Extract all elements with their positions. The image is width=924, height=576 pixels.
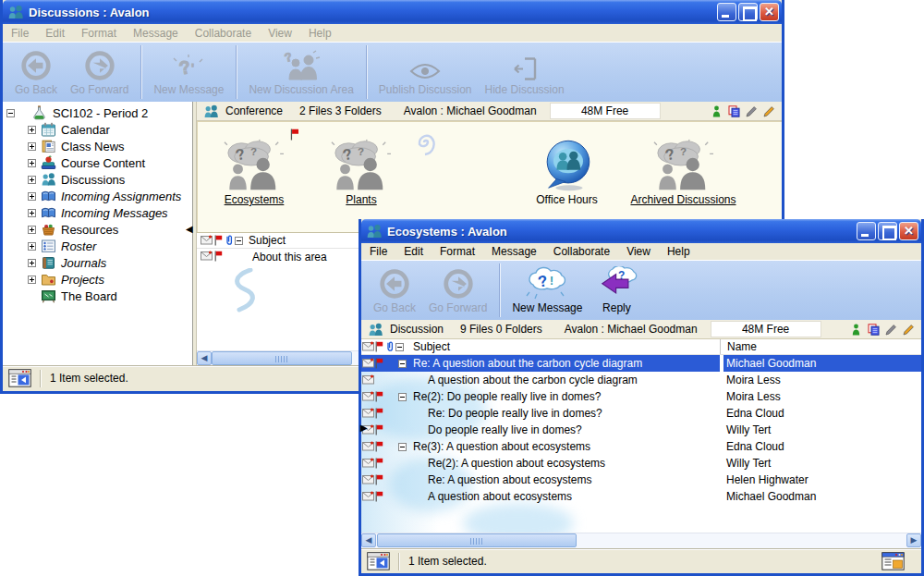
desktop-icon-office-hours[interactable]: Office Hours xyxy=(514,129,620,206)
expand-box-icon[interactable] xyxy=(28,126,36,134)
message-row[interactable]: Re(3): A question about ecosystems Edna … xyxy=(361,438,921,455)
new-message-button[interactable]: New Message xyxy=(505,264,589,317)
pages-icon[interactable] xyxy=(868,324,880,336)
message-row[interactable]: Re(2): Do people really live in domes? M… xyxy=(361,388,921,405)
tree-item-course-content[interactable]: Course Content xyxy=(3,154,192,171)
presence-person-icon[interactable] xyxy=(711,105,723,117)
pane-layout-button[interactable] xyxy=(367,552,390,570)
go-back-icon xyxy=(379,268,410,300)
menu-format[interactable]: Format xyxy=(432,243,483,260)
window1-titlebar[interactable]: Discussions : Avalon ✕ xyxy=(3,0,782,24)
hide-discussion-button[interactable]: Hide Discussion xyxy=(479,55,571,99)
menu-message[interactable]: Message xyxy=(125,25,187,42)
close-button[interactable]: ✕ xyxy=(899,222,918,240)
tree-item-incoming-messages[interactable]: Incoming Messages xyxy=(3,204,192,221)
scroll-thumb[interactable] xyxy=(377,533,577,547)
subject-column-header[interactable]: Subject xyxy=(361,339,720,354)
desktop-icon-plants[interactable]: Plants xyxy=(310,129,412,206)
pages-icon[interactable] xyxy=(728,105,740,117)
go-back-button[interactable]: Go Back xyxy=(8,48,64,99)
scroll-track[interactable] xyxy=(376,533,906,548)
new-discussion-area-button[interactable]: New Discussion Area xyxy=(242,48,359,99)
menu-file[interactable]: File xyxy=(3,25,37,42)
expand-box-icon[interactable] xyxy=(28,142,36,151)
collapse-thread-icon[interactable] xyxy=(398,360,407,368)
message-row[interactable]: A question about the carbon cycle diagra… xyxy=(361,372,921,388)
collapse-thread-icon[interactable] xyxy=(398,443,407,451)
pencil-icon[interactable] xyxy=(885,324,897,336)
expand-box-icon[interactable] xyxy=(28,242,36,251)
expand-box-icon[interactable] xyxy=(28,176,36,184)
tree-item-projects[interactable]: Projects xyxy=(3,271,192,288)
tree-item-roster[interactable]: Roster xyxy=(3,238,192,254)
menu-view[interactable]: View xyxy=(260,25,300,42)
close-button[interactable]: ✕ xyxy=(760,3,779,21)
expand-box-icon[interactable] xyxy=(28,276,36,284)
pane-layout-button[interactable] xyxy=(8,369,31,387)
scroll-right-button[interactable]: ▶ xyxy=(906,533,921,547)
message-row[interactable]: Re: A question about the carbon cycle di… xyxy=(361,355,921,372)
expand-pane-arrow-icon[interactable]: ▶ xyxy=(360,423,368,433)
tree-item-the-board[interactable]: The Board xyxy=(3,288,192,304)
collapse-thread-icon[interactable] xyxy=(398,393,407,401)
tree-item-discussions[interactable]: Discussions xyxy=(3,171,192,188)
tree-item-incoming-assignments[interactable]: Incoming Assignments xyxy=(3,188,192,204)
new-message-cloud-icon xyxy=(526,266,568,300)
menu-help[interactable]: Help xyxy=(659,243,699,260)
message-row[interactable]: Re(2): A question about ecosystems Willy… xyxy=(361,455,921,472)
signature-pencil-icon[interactable] xyxy=(763,105,775,117)
tree-item-sci102[interactable]: SCI102 - Period 2 xyxy=(3,104,192,121)
collapse-all-icon[interactable] xyxy=(395,343,404,351)
signature-pencil-icon[interactable] xyxy=(903,324,915,336)
menu-edit[interactable]: Edit xyxy=(37,25,73,42)
collapse-pane-arrow-icon[interactable]: ◀ xyxy=(186,224,193,234)
tree-item-calendar[interactable]: Calendar xyxy=(3,121,192,138)
go-forward-button[interactable]: Go Forward xyxy=(422,266,493,317)
window2-titlebar[interactable]: Ecosystems : Avalon ✕ xyxy=(361,219,921,243)
scroll-left-button[interactable]: ◀ xyxy=(197,351,212,365)
expand-box-icon[interactable] xyxy=(28,259,36,267)
menu-edit[interactable]: Edit xyxy=(395,243,432,260)
expand-box-icon[interactable] xyxy=(28,192,36,201)
window-ecosystems: ▶ Ecosystems : Avalon ✕ File Edit Format… xyxy=(359,219,924,576)
menu-format[interactable]: Format xyxy=(73,25,125,42)
collapse-box-icon[interactable] xyxy=(6,109,15,117)
menu-file[interactable]: File xyxy=(361,243,395,260)
maximize-button[interactable] xyxy=(738,3,758,21)
pencil-icon[interactable] xyxy=(746,105,758,117)
new-message-button[interactable]: New Message xyxy=(147,52,230,99)
flag-icon xyxy=(375,458,383,469)
desktop-icon-ecosystems[interactable]: Ecosystems xyxy=(203,129,305,206)
expand-box-icon[interactable] xyxy=(28,226,36,234)
menu-collaborate[interactable]: Collaborate xyxy=(545,243,618,260)
message-row[interactable]: Do people really live in domes? Willy Te… xyxy=(361,422,921,438)
menu-collaborate[interactable]: Collaborate xyxy=(187,25,260,42)
reply-button[interactable]: Reply xyxy=(589,264,644,317)
basket-icon xyxy=(41,222,56,237)
maximize-button[interactable] xyxy=(878,222,897,240)
scroll-thumb[interactable] xyxy=(212,351,352,365)
menu-message[interactable]: Message xyxy=(483,243,545,260)
expand-box-icon[interactable] xyxy=(28,159,36,167)
menu-help[interactable]: Help xyxy=(300,25,340,42)
desktop-icon-archived-discussions[interactable]: Archived Discussions xyxy=(612,129,755,206)
minimize-button[interactable] xyxy=(857,222,876,240)
presence-person-icon[interactable] xyxy=(850,324,862,336)
scroll-left-button[interactable]: ◀ xyxy=(361,533,376,547)
menu-view[interactable]: View xyxy=(618,243,659,260)
news-icon xyxy=(41,139,56,153)
name-column-header[interactable]: Name xyxy=(720,339,921,354)
message-row[interactable]: Re: A question about ecosystems Helen Hi… xyxy=(361,472,921,488)
collapse-all-icon[interactable] xyxy=(235,237,243,245)
message-row[interactable]: Re: Do people really live in domes? Edna… xyxy=(361,405,921,422)
publish-discussion-button[interactable]: Publish Discussion xyxy=(372,59,479,99)
tree-item-journals[interactable]: Journals xyxy=(3,254,192,271)
view-layout-button[interactable] xyxy=(881,552,905,570)
message-row[interactable]: A question about ecosystems Michael Good… xyxy=(361,488,921,505)
tree-item-resources[interactable]: Resources xyxy=(3,221,192,238)
go-forward-button[interactable]: Go Forward xyxy=(64,48,135,99)
minimize-button[interactable] xyxy=(717,3,736,21)
go-back-button[interactable]: Go Back xyxy=(367,266,422,317)
tree-item-class-news[interactable]: Class News xyxy=(3,138,192,154)
expand-box-icon[interactable] xyxy=(28,209,36,217)
